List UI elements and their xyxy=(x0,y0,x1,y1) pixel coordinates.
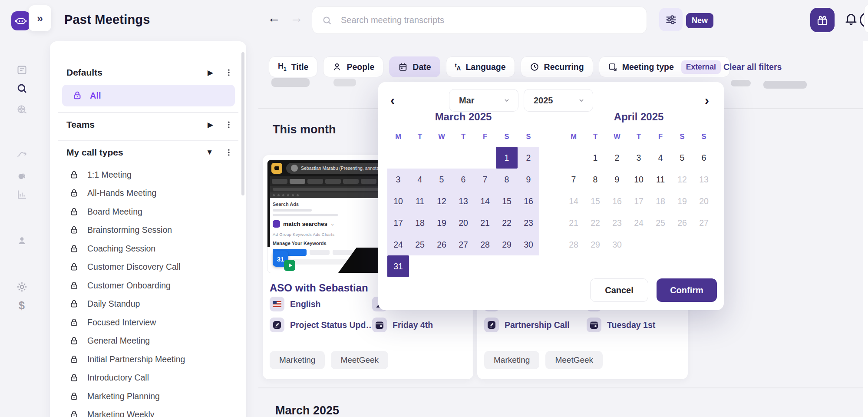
calendar-day-30[interactable]: 30 xyxy=(518,234,539,255)
calendar-day-9[interactable]: 9 xyxy=(606,169,628,190)
calendar-day-19[interactable]: 19 xyxy=(671,190,693,212)
calendar-day-10[interactable]: 10 xyxy=(387,190,409,212)
calendar-day-18[interactable]: 18 xyxy=(650,190,671,212)
calendar-day-5[interactable]: 5 xyxy=(671,147,693,169)
notifications-button[interactable] xyxy=(844,11,858,26)
notes-icon[interactable] xyxy=(12,60,31,79)
calendar-day-3[interactable]: 3 xyxy=(628,147,650,169)
call-type-item[interactable]: Initial Partnership Meeting xyxy=(69,352,185,367)
calendar-day-15[interactable]: 15 xyxy=(496,190,518,212)
calendar-day-23[interactable]: 23 xyxy=(606,212,628,234)
sidebar-section-teams[interactable]: Teams ▶ xyxy=(66,114,233,135)
calendar-day-15[interactable]: 15 xyxy=(584,190,606,212)
calendar-day-7[interactable]: 7 xyxy=(563,169,584,190)
calendar-day-20[interactable]: 20 xyxy=(693,190,715,212)
calendar-day-14[interactable]: 14 xyxy=(563,190,584,212)
sidebar-expand-button[interactable]: » xyxy=(29,5,51,31)
calendar-day-25[interactable]: 25 xyxy=(650,212,671,234)
calendar-day-7[interactable]: 7 xyxy=(474,169,496,190)
calendar-day-22[interactable]: 22 xyxy=(584,212,606,234)
call-type-item[interactable]: Brainstorming Session xyxy=(69,223,172,238)
calendar-day-1[interactable]: 1 xyxy=(496,147,518,169)
call-type-item[interactable]: Introductory Call xyxy=(69,371,149,385)
calendar-day-14[interactable]: 14 xyxy=(474,190,496,212)
calendar-day-24[interactable]: 24 xyxy=(628,212,650,234)
filter-settings-button[interactable] xyxy=(659,8,683,31)
sidebar-item-all[interactable]: All xyxy=(62,85,235,106)
recordings-icon[interactable] xyxy=(12,100,31,119)
team-icon[interactable] xyxy=(12,231,31,250)
calendar-day-23[interactable]: 23 xyxy=(518,212,539,234)
call-type-item[interactable]: All-Hands Meeting xyxy=(69,186,156,201)
clear-all-filters-link[interactable]: Clear all filters xyxy=(723,62,782,72)
calendar-day-24[interactable]: 24 xyxy=(387,234,409,255)
calendar-day-1[interactable]: 1 xyxy=(584,147,606,169)
insights-icon[interactable] xyxy=(12,145,31,164)
call-type-item[interactable]: 1:1 Meeting xyxy=(69,167,132,182)
kebab-menu-icon[interactable] xyxy=(224,68,233,77)
call-type-item[interactable]: Marketing Weekly xyxy=(69,407,155,417)
calendar-day-29[interactable]: 29 xyxy=(496,234,518,255)
calendar-day-2[interactable]: 2 xyxy=(518,147,539,169)
chevron-right-icon[interactable]: ▶ xyxy=(208,120,213,129)
tag-pill[interactable]: Marketing xyxy=(484,351,539,369)
sidebar-section-my-call-types[interactable]: My call types ▼ xyxy=(66,142,233,163)
call-type-item[interactable]: Coaching Session xyxy=(69,241,155,256)
calendar-day-28[interactable]: 28 xyxy=(563,234,584,255)
calendar-day-17[interactable]: 17 xyxy=(387,212,409,234)
app-logo[interactable] xyxy=(11,11,30,30)
reports-icon[interactable] xyxy=(12,185,31,204)
meta-label[interactable]: English xyxy=(290,299,320,309)
meeting-card-title[interactable]: ASO with Sebastian xyxy=(270,282,368,294)
calendar-day-29[interactable]: 29 xyxy=(584,234,606,255)
call-type-item[interactable]: Daily Standup xyxy=(69,297,140,311)
calendar-day-21[interactable]: 21 xyxy=(563,212,584,234)
kebab-menu-icon[interactable] xyxy=(224,120,233,129)
chevron-right-icon[interactable]: ▶ xyxy=(208,68,213,77)
calendar-day-3[interactable]: 3 xyxy=(387,169,409,190)
calendar-day-2[interactable]: 2 xyxy=(606,147,628,169)
call-type-item[interactable]: General Meeting xyxy=(69,334,150,348)
tag-pill[interactable]: Marketing xyxy=(270,351,325,369)
calendar-day-4[interactable]: 4 xyxy=(409,169,431,190)
calendar-day-21[interactable]: 21 xyxy=(474,212,496,234)
meta-label[interactable]: Tuesday 1st xyxy=(607,320,655,330)
tag-pill[interactable]: MeetGeek xyxy=(545,351,603,369)
chevron-down-icon[interactable]: ▼ xyxy=(206,148,213,157)
calendar-day-27[interactable]: 27 xyxy=(452,234,474,255)
calendar-day-28[interactable]: 28 xyxy=(474,234,496,255)
calendar-day-9[interactable]: 9 xyxy=(518,169,539,190)
sidebar-scrollbar[interactable] xyxy=(241,52,244,195)
calendar-day-27[interactable]: 27 xyxy=(693,212,715,234)
calendar-day-25[interactable]: 25 xyxy=(409,234,431,255)
calendar-day-30[interactable]: 30 xyxy=(606,234,628,255)
call-type-item[interactable]: Board Meeting xyxy=(69,204,142,219)
kebab-menu-icon[interactable] xyxy=(224,148,233,157)
calendar-day-16[interactable]: 16 xyxy=(518,190,539,212)
sidebar-section-defaults[interactable]: Defaults ▶ xyxy=(66,62,233,83)
call-type-item[interactable]: Marketing Planning xyxy=(69,389,160,404)
calendar-day-16[interactable]: 16 xyxy=(606,190,628,212)
calendar-day-8[interactable]: 8 xyxy=(496,169,518,190)
calendar-day-5[interactable]: 5 xyxy=(431,169,452,190)
settings-icon[interactable] xyxy=(12,277,31,296)
gift-button[interactable] xyxy=(810,8,835,32)
cancel-button[interactable]: Cancel xyxy=(590,278,648,302)
meta-label[interactable]: Project Status Upd… xyxy=(290,320,374,330)
search-input[interactable] xyxy=(340,15,637,26)
calendar-day-31[interactable]: 31 xyxy=(387,255,409,277)
calendar-day-19[interactable]: 19 xyxy=(431,212,452,234)
calendar-day-12[interactable]: 12 xyxy=(671,169,693,190)
calendar-day-18[interactable]: 18 xyxy=(409,212,431,234)
back-arrow-button[interactable]: ← xyxy=(267,10,281,25)
calendar-day-26[interactable]: 26 xyxy=(431,234,452,255)
meta-label[interactable]: Friday 4th xyxy=(393,320,433,330)
filter-chip-title[interactable]: H1Title xyxy=(269,56,317,77)
search-icon[interactable] xyxy=(12,79,31,98)
calendar-day-20[interactable]: 20 xyxy=(452,212,474,234)
search-bar[interactable] xyxy=(312,7,647,34)
calendar-day-11[interactable]: 11 xyxy=(650,169,671,190)
record-icon[interactable] xyxy=(12,166,31,185)
calendar-day-6[interactable]: 6 xyxy=(452,169,474,190)
calendar-day-11[interactable]: 11 xyxy=(409,190,431,212)
